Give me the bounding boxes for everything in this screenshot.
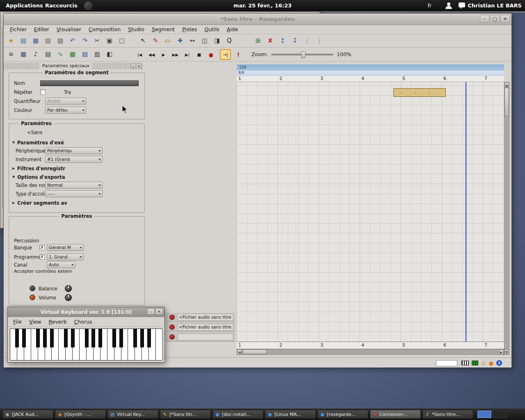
piano-black-key[interactable] <box>91 329 95 347</box>
vk-menu-chorus[interactable]: Chorus <box>71 317 96 326</box>
field-dropdown[interactable]: ----- <box>45 190 103 197</box>
taskbar-button[interactable]: ●[Linux MA... <box>265 410 316 419</box>
piano-black-key[interactable] <box>43 329 47 347</box>
close-button[interactable]: ✕ <box>500 15 510 23</box>
piano-black-key[interactable] <box>112 329 116 347</box>
piano-black-key[interactable] <box>140 329 144 347</box>
record-button[interactable]: ● <box>205 49 217 60</box>
section-row[interactable]: ▼Options d'exporta <box>9 173 144 181</box>
vertical-scrollbar-thumb[interactable] <box>504 88 509 116</box>
record-arm-button[interactable] <box>169 334 175 340</box>
rewind-button[interactable]: ◀◀ <box>146 49 157 60</box>
menu-visualiser[interactable]: Visualiser <box>53 25 85 34</box>
menu-aide[interactable]: Aide <box>223 25 242 34</box>
copy-button[interactable]: ▣ <box>104 35 115 46</box>
balance-knob[interactable] <box>65 285 72 292</box>
horizontal-scrollbar-thumb[interactable] <box>243 349 267 354</box>
rosegarden-titlebar[interactable]: *Sans titre – Rosegarden – □ ✕ <box>4 14 511 25</box>
close-panel-button[interactable]: ✕ <box>137 64 142 68</box>
forward-to-end-button[interactable]: ▶| <box>182 49 193 60</box>
piano-black-key[interactable] <box>22 329 26 347</box>
piano-black-key[interactable] <box>133 329 137 347</box>
vk-menu-view[interactable]: View <box>25 317 45 326</box>
bar-ruler-bottom[interactable]: 1234567 <box>237 342 504 349</box>
repeat-checkbox[interactable] <box>40 89 46 95</box>
audio-track-label[interactable]: <Fichier audio sans titre <box>178 324 233 331</box>
applications-menu[interactable]: Applications <box>6 0 43 11</box>
audio-wave-button[interactable]: ∿ <box>55 49 66 60</box>
move-track-up-button[interactable]: ↥ <box>277 35 288 46</box>
panel-clock[interactable]: mar. 25 févr., 16:23 <box>233 0 292 11</box>
audio-track-label[interactable]: <Fichier audio sans titre <box>178 314 233 321</box>
scroll-left-button[interactable]: ◀ <box>237 349 242 354</box>
menu-editer[interactable]: Editer <box>30 25 53 34</box>
bar-ruler-top[interactable]: 1234567 <box>237 75 504 82</box>
tempo-ruler[interactable]: 120 <box>237 64 504 70</box>
zoom-slider[interactable] <box>271 54 333 55</box>
piano-roll-button[interactable]: ▥ <box>91 49 103 60</box>
track-canvas[interactable] <box>237 82 504 342</box>
special-parameters-header[interactable]: Paramètres spéciaux ▫ ✕ <box>4 63 143 69</box>
scroll-right-button[interactable]: ▶ <box>499 349 504 354</box>
record-arm-button[interactable] <box>169 315 175 320</box>
save-button[interactable]: ▦ <box>30 35 41 46</box>
fast-forward-button[interactable]: ▶▶ <box>170 49 181 60</box>
piano-black-key[interactable] <box>119 329 123 347</box>
open-file-button[interactable]: ▤ <box>18 35 29 46</box>
print-button[interactable]: ▨ <box>55 35 66 46</box>
time-signature-ruler[interactable]: 4/4 <box>237 70 504 75</box>
zoom-slider-handle[interactable] <box>301 51 306 58</box>
taskbar-button[interactable]: ◆[Qsynth - ... <box>55 410 106 419</box>
piano-white-key[interactable] <box>156 329 163 360</box>
scroll-up-button[interactable]: ▲ <box>504 82 509 87</box>
section-row[interactable]: ▶Créer segments av <box>9 199 144 207</box>
menu-composition[interactable]: Composition <box>85 25 124 34</box>
volume-knob[interactable] <box>65 294 72 301</box>
piano-black-key[interactable] <box>98 329 102 347</box>
erase-tool-button[interactable]: ▭ <box>162 35 173 46</box>
taskbar-button[interactable]: ✎[*Sans titr... <box>160 410 211 419</box>
scroll-down-button[interactable]: ▼ <box>504 349 509 354</box>
bank-checkbox[interactable]: ✗ <box>39 245 45 250</box>
taskbar-button[interactable]: ●[rosegarde... <box>317 410 368 419</box>
program-checkbox[interactable]: ✗ <box>39 254 45 260</box>
quantize-button[interactable]: Q <box>224 35 235 46</box>
undo-button[interactable]: ↶ <box>67 35 78 46</box>
menu-segment[interactable]: Segment <box>148 25 178 34</box>
play-button[interactable]: ▶ <box>158 49 169 60</box>
field-dropdown[interactable]: #1 (Grand <box>45 156 103 163</box>
select-tool-button[interactable]: ↖ <box>137 35 149 46</box>
taskbar-button[interactable]: ✘Connexion... <box>370 410 421 419</box>
section-row[interactable]: ▶Filtres d'enregistr <box>9 164 144 173</box>
vk-menu-reverb[interactable]: Reverb <box>45 317 71 326</box>
distro-icon[interactable] <box>84 2 92 10</box>
virtual-keyboard-titlebar[interactable]: Virtual Keyboard ver. 1.9 [131:0] – ✕ <box>8 307 164 317</box>
piano-black-key[interactable] <box>36 329 40 347</box>
workspace-switcher-active[interactable] <box>477 411 491 418</box>
piano-black-key[interactable] <box>71 329 75 347</box>
field-dropdown[interactable]: Périphériqu <box>45 147 103 154</box>
section-row[interactable]: ▼Paramètres d'exé <box>9 139 144 147</box>
overflow-dots-button[interactable]: ⋮ <box>301 35 313 46</box>
marker-button[interactable]: ◧ <box>104 49 115 60</box>
move-track-down-button[interactable]: ↧ <box>289 35 301 46</box>
matrix-button[interactable]: ▦ <box>67 49 78 60</box>
bank-dropdown[interactable]: Général M <box>47 244 84 251</box>
menu-pistes[interactable]: Pistes <box>178 25 201 34</box>
piano-black-key[interactable] <box>50 329 54 347</box>
paste-button[interactable]: ▢ <box>116 35 128 46</box>
piano-black-key[interactable] <box>147 329 151 347</box>
split-tool-button[interactable]: ◫ <box>199 35 210 46</box>
name-field[interactable] <box>40 80 139 86</box>
vk-menu-file[interactable]: File <box>9 317 25 326</box>
taskbar-button[interactable]: ♪*Sans titre... <box>422 410 473 419</box>
info-icon[interactable]: i <box>496 360 502 366</box>
move-tool-button[interactable]: ✚ <box>174 35 186 46</box>
add-track-button[interactable]: ⊞ <box>252 35 264 46</box>
step-grid-button[interactable]: ▨ <box>79 49 91 60</box>
mixer-button[interactable]: ▩ <box>18 49 29 60</box>
resize-tool-button[interactable]: ↔ <box>187 35 198 46</box>
quantize-dropdown[interactable]: Arrêté <box>45 98 86 105</box>
piano-black-key[interactable] <box>15 329 19 347</box>
punch-in-button[interactable]: →| <box>220 49 231 60</box>
